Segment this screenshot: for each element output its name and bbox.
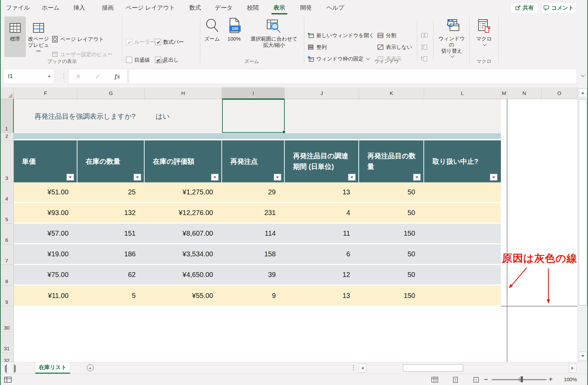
ruler-checkbox[interactable]	[126, 39, 132, 45]
page-layout-status-button[interactable]	[449, 375, 462, 384]
cell[interactable]: 12	[285, 265, 359, 285]
cell[interactable]: 39	[222, 265, 285, 285]
cell[interactable]: 50	[359, 182, 424, 202]
arrange-all-button[interactable]: 整列	[307, 43, 327, 51]
cell[interactable]: ¥4,650.00	[145, 265, 222, 285]
zoom-in-button[interactable]: +	[549, 375, 553, 383]
filter-button[interactable]	[348, 174, 356, 181]
scroll-down-button[interactable]	[579, 352, 587, 361]
cell[interactable]: 5	[77, 286, 145, 306]
zoom-100-button[interactable]: 100 100%	[224, 17, 244, 57]
cell[interactable]: 50	[359, 265, 424, 285]
row-header-8[interactable]: 8	[0, 265, 14, 286]
sheet-nav-right-icon[interactable]	[14, 366, 16, 372]
cell[interactable]: ¥55.00	[145, 286, 222, 306]
switch-windows-button[interactable]: ウィンドウの 切り替え	[436, 17, 468, 57]
filter-button[interactable]	[211, 174, 219, 181]
column-header-I[interactable]: I	[222, 87, 285, 99]
cell[interactable]: ¥8,607.00	[145, 224, 222, 243]
split-button[interactable]: 分割	[377, 31, 396, 40]
cell[interactable]: 231	[222, 203, 285, 223]
tab-home[interactable]: ホーム	[42, 0, 60, 15]
status-sheet-icon[interactable]	[4, 377, 12, 383]
cell[interactable]: ¥19.00	[14, 244, 77, 264]
formula-bar-splitter[interactable]: ⋮	[61, 72, 67, 79]
synchronous-scrolling-icon[interactable]	[421, 44, 428, 52]
cell[interactable]: ¥93.00	[14, 203, 77, 223]
filter-button[interactable]	[490, 174, 497, 181]
column-header-N[interactable]: N	[507, 87, 542, 99]
zoom-out-button[interactable]: −	[484, 376, 488, 383]
cell[interactable]: 6	[285, 244, 359, 264]
formula-bar-checkbox[interactable]	[155, 39, 161, 45]
tab-insert[interactable]: 挿入	[73, 0, 85, 15]
highlight-question-answer[interactable]: はい	[156, 112, 170, 121]
filter-button[interactable]	[274, 174, 281, 181]
cell[interactable]: 132	[77, 203, 145, 223]
formula-bar-checkbox-item[interactable]: 数式バー	[155, 38, 184, 46]
row-header-7[interactable]: 7	[0, 244, 14, 265]
cell[interactable]: 13	[285, 182, 359, 202]
row-header-3[interactable]: 3	[0, 140, 14, 182]
row-header-6[interactable]: 6	[0, 224, 14, 244]
table-header-inventory-value[interactable]: 在庫の評価額	[145, 140, 222, 182]
filter-button[interactable]	[134, 174, 141, 181]
vertical-scrollbar[interactable]	[577, 87, 588, 362]
cell[interactable]: ¥75.00	[14, 265, 77, 285]
page-break-status-button[interactable]	[470, 375, 483, 384]
hscroll-right-button[interactable]	[569, 364, 576, 373]
cell[interactable]: 150	[359, 286, 424, 306]
page-layout-view-button[interactable]: ページ レイアウト	[52, 35, 104, 43]
sheet-tab-inventory[interactable]: 在庫リスト	[35, 362, 70, 374]
column-header-H[interactable]: H	[145, 87, 222, 99]
cell[interactable]: 150	[359, 224, 424, 243]
column-header-M[interactable]: M	[501, 87, 507, 99]
tab-scrollbar-splitter[interactable]: ⋮	[350, 364, 356, 371]
column-header-G[interactable]: G	[77, 87, 145, 99]
cell[interactable]: 11	[285, 224, 359, 243]
cell[interactable]	[424, 224, 501, 243]
insert-function-icon[interactable]: fx	[115, 73, 120, 80]
row-header-9[interactable]: 9	[0, 286, 14, 306]
row-header-5[interactable]: 5	[0, 203, 14, 224]
sheet-nav-left-icon[interactable]	[5, 366, 7, 372]
selected-cell-I1[interactable]	[222, 99, 285, 133]
expand-formula-bar-icon[interactable]	[581, 73, 585, 77]
share-button[interactable]: 共有	[511, 2, 538, 13]
select-all-corner[interactable]	[0, 87, 14, 99]
vertical-scrollbar-thumb[interactable]	[579, 99, 587, 306]
cell[interactable]: 50	[359, 244, 424, 264]
cell[interactable]	[424, 286, 501, 306]
row-header-4[interactable]: 4	[0, 182, 14, 203]
new-window-button[interactable]: 新しいウィンドウを開く	[307, 31, 374, 40]
cell[interactable]: 114	[222, 224, 285, 243]
cell[interactable]: 25	[77, 182, 145, 202]
column-header-O[interactable]: O	[542, 87, 577, 99]
row-header-2[interactable]: 2	[0, 133, 14, 140]
column-header-F[interactable]: F	[14, 87, 77, 99]
page-break-preview-button[interactable]: 改ページ プレビュー	[27, 17, 51, 57]
zoom-slider-thumb[interactable]	[521, 376, 523, 382]
hscroll-left-button[interactable]	[359, 364, 366, 373]
cell[interactable]: ¥51.00	[14, 182, 77, 202]
tab-draw[interactable]: 描画	[102, 0, 114, 15]
zoom-button[interactable]: ズーム	[202, 17, 222, 57]
horizontal-scrollbar-thumb[interactable]	[403, 364, 463, 372]
cell[interactable]: 50	[359, 203, 424, 223]
cell[interactable]: 9	[222, 286, 285, 306]
view-side-by-side-icon[interactable]	[421, 32, 428, 40]
row-header-1[interactable]: 1	[0, 99, 14, 133]
cell[interactable]: 62	[77, 265, 145, 285]
tab-page-layout[interactable]: ページ レイアウト	[126, 0, 175, 15]
column-header-L[interactable]: L	[424, 87, 501, 99]
cell[interactable]	[424, 244, 501, 264]
tab-help[interactable]: ヘルプ	[326, 0, 344, 15]
tab-developer[interactable]: 開発	[300, 0, 312, 15]
enter-icon[interactable]: ✓	[95, 72, 101, 81]
cell[interactable]: 186	[77, 244, 145, 264]
row-header-30[interactable]: 30	[0, 306, 14, 332]
cell[interactable]	[424, 203, 501, 223]
normal-view-status-button[interactable]	[428, 375, 441, 384]
normal-view-button[interactable]: 標準	[4, 17, 26, 57]
name-box-dropdown-icon[interactable]	[48, 76, 51, 77]
